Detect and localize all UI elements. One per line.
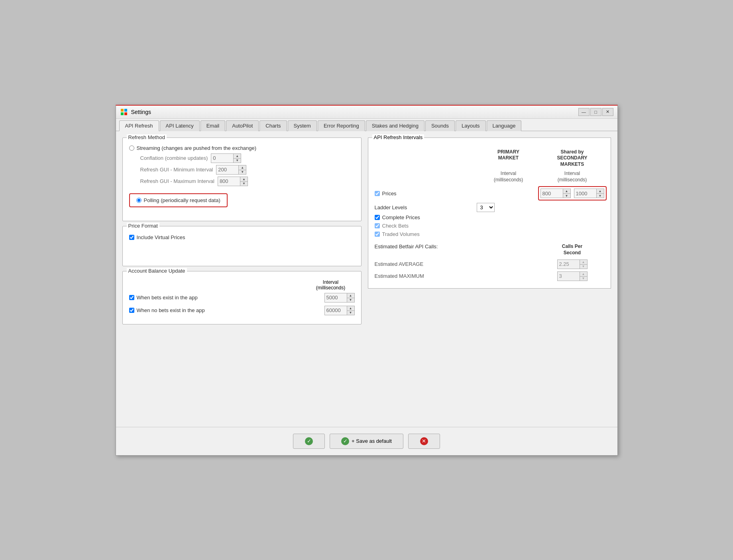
price-format-group: Price Format Include Virtual Prices [122, 226, 362, 266]
maximize-button[interactable]: □ [590, 108, 601, 116]
prices-row: Prices ▲ ▼ [375, 186, 604, 200]
tab-charts[interactable]: Charts [259, 120, 287, 131]
prices-checkbox[interactable] [375, 191, 380, 196]
interval-subheader: Interval(milliseconds) Interval(millisec… [375, 171, 604, 183]
polling-radio[interactable] [136, 198, 141, 203]
conflation-input[interactable] [211, 154, 233, 163]
check-bets-checkbox[interactable] [375, 223, 380, 228]
window-controls: — □ ✕ [578, 108, 613, 116]
tab-api-latency[interactable]: API Latency [160, 120, 200, 131]
refresh-min-up[interactable]: ▲ [239, 165, 246, 170]
conflation-spinbox: ▲ ▼ [211, 153, 241, 163]
no-bets-input[interactable] [325, 306, 347, 315]
refresh-max-input[interactable] [218, 177, 240, 186]
refresh-max-down[interactable]: ▼ [240, 181, 248, 186]
account-balance-group: Account Balance Update Interval (millise… [122, 271, 362, 324]
ladder-levels-label: Ladder Levels [375, 204, 407, 210]
bets-exist-checkbox[interactable] [129, 295, 134, 300]
streaming-radio[interactable] [129, 145, 134, 151]
estimated-max-label: Estimated MAXIMUM [375, 273, 540, 279]
bets-exist-check-label: When bets exist in the app [129, 295, 198, 301]
prices-secondary-input[interactable] [574, 189, 596, 198]
prices-secondary-up[interactable]: ▲ [597, 189, 604, 193]
traded-volumes-label[interactable]: Traded Volumes [382, 231, 420, 237]
cancel-button[interactable]: ✕ [408, 434, 440, 449]
tab-language[interactable]: Language [487, 120, 522, 131]
no-bets-down[interactable]: ▼ [347, 310, 354, 315]
tab-autopilot[interactable]: AutoPilot [226, 120, 259, 131]
no-bets-checkbox[interactable] [129, 308, 134, 313]
refresh-min-down[interactable]: ▼ [239, 170, 246, 174]
prices-label-container: Prices [375, 191, 540, 196]
streaming-label[interactable]: Streaming (changes are pushed from the e… [137, 145, 257, 151]
primary-market-header: PRIMARYMARKET [477, 149, 540, 168]
bets-exist-up[interactable]: ▲ [347, 293, 354, 298]
minimize-button[interactable]: — [578, 108, 590, 116]
tab-system[interactable]: System [288, 120, 317, 131]
prices-primary-spinbox: ▲ ▼ [540, 189, 571, 198]
save-default-button[interactable]: ✓ + Save as default [330, 434, 403, 449]
primary-interval-subheader: Interval(milliseconds) [477, 171, 540, 183]
refresh-min-input[interactable] [216, 165, 238, 174]
prices-label[interactable]: Prices [382, 191, 397, 196]
bets-exist-btns: ▲ ▼ [347, 293, 354, 302]
save-default-label: + Save as default [352, 438, 392, 444]
prices-primary-input[interactable] [541, 189, 563, 198]
estimated-avg-spinbox: ▲ ▼ [557, 259, 588, 269]
refresh-max-row: Refresh GUI - Maximum Interval ▲ ▼ [140, 177, 355, 186]
tab-stakes-hedging[interactable]: Stakes and Hedging [366, 120, 424, 131]
milliseconds-label: (milliseconds) [316, 285, 345, 291]
bets-exist-down[interactable]: ▼ [347, 298, 354, 302]
bets-exist-input[interactable] [325, 293, 347, 302]
estimated-section: Estimated Betfair API Calls: Calls PerSe… [375, 244, 604, 281]
account-balance-title: Account Balance Update [127, 268, 187, 274]
tab-email[interactable]: Email [200, 120, 226, 131]
prices-primary-down[interactable]: ▼ [563, 193, 570, 198]
tab-sounds[interactable]: Sounds [425, 120, 455, 131]
prices-secondary-down[interactable]: ▼ [597, 193, 604, 198]
complete-prices-row: Complete Prices [375, 214, 604, 220]
polling-label[interactable]: Polling (periodically request data) [144, 197, 220, 203]
ok-button[interactable]: ✓ [293, 434, 325, 449]
complete-prices-checkbox[interactable] [375, 215, 380, 220]
close-button[interactable]: ✕ [602, 108, 613, 116]
svg-rect-0 [121, 109, 124, 112]
no-bets-up[interactable]: ▲ [347, 306, 354, 310]
refresh-min-label: Refresh GUI - Minimum Interval [140, 167, 213, 173]
tab-error-reporting[interactable]: Error Reporting [318, 120, 365, 131]
traded-volumes-checkbox[interactable] [375, 232, 380, 237]
price-format-title: Price Format [127, 223, 159, 229]
ladder-levels-select[interactable]: 3 5 10 [477, 203, 495, 212]
refresh-max-spinbox: ▲ ▼ [218, 177, 248, 186]
title-bar: Settings — □ ✕ [116, 106, 617, 119]
complete-prices-label[interactable]: Complete Prices [382, 214, 420, 220]
no-bets-btns: ▲ ▼ [347, 306, 354, 315]
include-virtual-label[interactable]: Include Virtual Prices [137, 234, 185, 240]
tab-api-refresh[interactable]: API Refresh [119, 120, 159, 131]
estimated-max-spinbox-container: ▲ ▼ [540, 271, 604, 281]
check-bets-label[interactable]: Check Bets [382, 223, 409, 229]
include-virtual-checkbox[interactable] [129, 235, 134, 240]
streaming-radio-row: Streaming (changes are pushed from the e… [129, 145, 355, 151]
conflation-down[interactable]: ▼ [234, 158, 241, 163]
no-bets-label[interactable]: When no bets exist in the app [137, 307, 205, 313]
conflation-up[interactable]: ▲ [234, 154, 241, 158]
refresh-max-label: Refresh GUI - Maximum Interval [140, 178, 214, 184]
left-panel: Refresh Method Streaming (changes are pu… [122, 138, 362, 420]
bottom-bar: ✓ ✓ + Save as default ✕ [116, 427, 617, 455]
svg-rect-1 [124, 109, 127, 112]
refresh-max-up[interactable]: ▲ [240, 177, 248, 181]
prices-primary-btns: ▲ ▼ [563, 189, 570, 198]
prices-primary-up[interactable]: ▲ [563, 189, 570, 193]
estimated-avg-input [558, 260, 580, 269]
interval-header-row: Interval (milliseconds) [129, 279, 355, 291]
estimated-avg-row: Estimated AVERAGE ▲ ▼ [375, 259, 604, 269]
polling-highlight: Polling (periodically request data) [129, 193, 228, 207]
refresh-min-row: Refresh GUI - Minimum Interval ▲ ▼ [140, 165, 355, 175]
bets-exist-label[interactable]: When bets exist in the app [137, 295, 198, 301]
svg-rect-3 [124, 112, 127, 115]
save-default-icon: ✓ [341, 437, 349, 445]
prices-highlight-box: ▲ ▼ ▲ ▼ [538, 186, 607, 200]
window-title: Settings [131, 109, 151, 115]
tab-layouts[interactable]: Layouts [456, 120, 486, 131]
